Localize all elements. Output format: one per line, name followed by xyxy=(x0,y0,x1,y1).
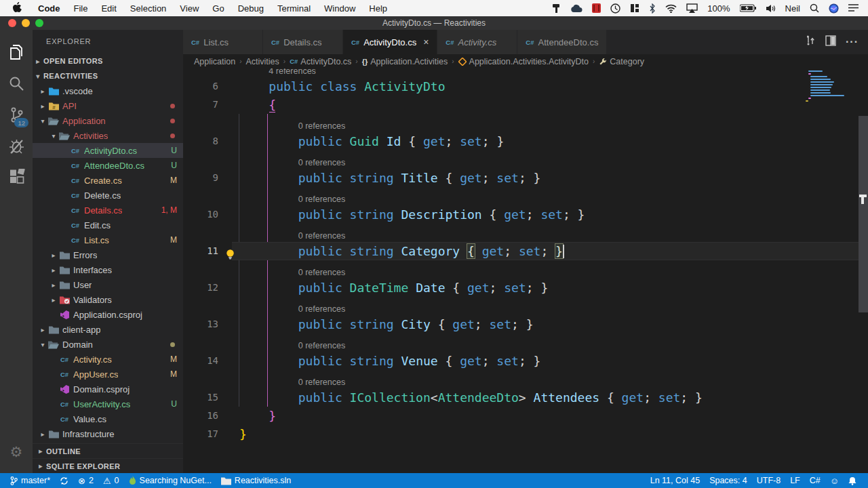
layout-icon[interactable] xyxy=(630,3,639,13)
codelens-row[interactable]: 0 references xyxy=(183,187,868,205)
zoom-window-button[interactable] xyxy=(35,19,43,27)
status-left-2[interactable]: ⊗2 xyxy=(73,473,98,488)
status-right-2[interactable]: UTF-8 xyxy=(752,473,785,488)
status-left-0[interactable]: master* xyxy=(5,473,55,488)
codelens-row[interactable]: 0 references xyxy=(183,224,868,242)
minimap[interactable] xyxy=(806,70,856,103)
root-folder-section[interactable]: ▾ REACTIVITIES xyxy=(33,68,183,83)
status-left-5[interactable]: Reactivities.sln xyxy=(216,473,296,488)
open-changes-icon[interactable] xyxy=(805,35,816,49)
outline-section[interactable]: ▸ OUTLINE xyxy=(33,443,183,458)
menu-edit[interactable]: Edit xyxy=(94,3,123,14)
tree-item-application-csproj[interactable]: Application.csproj xyxy=(33,307,183,322)
tree-item-errors[interactable]: ▸Errors xyxy=(33,247,183,262)
tab-list-cs[interactable]: C#List.cs xyxy=(183,30,263,54)
tree-item-details-cs[interactable]: C#Details.cs1, M xyxy=(33,203,183,218)
tree-item-create-cs[interactable]: C#Create.csM xyxy=(33,173,183,188)
tree-item-user[interactable]: ▸User xyxy=(33,277,183,292)
status-right-0[interactable]: Ln 11, Col 45 xyxy=(646,473,705,488)
menu-file[interactable]: File xyxy=(67,3,95,14)
split-editor-icon[interactable] xyxy=(825,35,836,49)
tree-item-interfaces[interactable]: ▸Interfaces xyxy=(33,262,183,277)
tree-item-attendeedto-cs[interactable]: C#AttendeeDto.csU xyxy=(33,158,183,173)
more-actions-icon[interactable]: ··· xyxy=(846,36,859,48)
status-left-3[interactable]: ⚠0 xyxy=(98,473,124,488)
list-icon[interactable] xyxy=(848,4,859,12)
bluetooth-icon[interactable] xyxy=(649,3,656,14)
codelens-row[interactable]: 0 references xyxy=(183,114,868,132)
status-right-1[interactable]: Spaces: 4 xyxy=(705,473,752,488)
minimize-window-button[interactable] xyxy=(22,19,30,27)
menu-window[interactable]: Window xyxy=(317,3,362,14)
codelens-row[interactable]: 0 references xyxy=(183,333,868,352)
status-right-5[interactable]: ☺ xyxy=(825,473,844,488)
tree-item-activities[interactable]: ▾Activities xyxy=(33,128,183,143)
tree-item-application[interactable]: ▾Application xyxy=(33,113,183,128)
tree-item-domain[interactable]: ▾Domain xyxy=(33,337,183,352)
tree-item-activity-cs[interactable]: C#Activity.csM xyxy=(33,352,183,367)
video-icon[interactable] xyxy=(592,3,601,13)
tree-item-infrastructure[interactable]: ▸Infrastructure xyxy=(33,426,183,441)
explorer-activity-icon[interactable] xyxy=(0,37,33,68)
tree-item--vscode[interactable]: ▸.vscode xyxy=(33,83,183,98)
tree-item-value-cs[interactable]: C#Value.cs xyxy=(33,411,183,426)
menu-terminal[interactable]: Terminal xyxy=(271,3,317,14)
close-icon[interactable]: × xyxy=(423,37,429,47)
apple-icon[interactable] xyxy=(12,2,22,15)
tab-activity-cs[interactable]: C#Activity.cs xyxy=(437,30,517,54)
tab-activitydto-cs[interactable]: C#ActivityDto.cs× xyxy=(343,30,437,54)
menu-go[interactable]: Go xyxy=(205,3,231,14)
status-right-6[interactable] xyxy=(844,473,861,488)
tree-item-validators[interactable]: ▸Validators xyxy=(33,292,183,307)
tree-item-useractivity-cs[interactable]: C#UserActivity.csU xyxy=(33,396,183,411)
tree-item-edit-cs[interactable]: C#Edit.cs xyxy=(33,218,183,232)
menu-view[interactable]: View xyxy=(173,3,205,14)
breadcrumb-item[interactable]: Activities xyxy=(246,57,279,66)
codelens-row[interactable]: 0 references xyxy=(183,260,868,279)
window-title-bar[interactable]: ActivityDto.cs — Reactivities xyxy=(0,16,868,30)
debug-activity-icon[interactable] xyxy=(0,130,33,161)
extensions-activity-icon[interactable] xyxy=(0,161,33,192)
menu-debug[interactable]: Debug xyxy=(231,3,271,14)
breadcrumb-item[interactable]: Application xyxy=(194,57,235,66)
settings-gear-icon[interactable]: ⚙ xyxy=(0,436,33,468)
breadcrumb-item[interactable]: C#ActivityDto.cs xyxy=(290,57,351,66)
airplay-icon[interactable] xyxy=(686,3,698,13)
breadcrumb-item[interactable]: {}Application.Activities xyxy=(362,57,448,66)
battery-icon[interactable] xyxy=(740,4,756,12)
volume-icon[interactable] xyxy=(766,4,776,13)
tree-item-list-cs[interactable]: C#List.csM xyxy=(33,232,183,247)
editor-scrollbar[interactable] xyxy=(859,68,868,473)
history-icon[interactable] xyxy=(610,3,620,14)
breadcrumb-item[interactable]: Category xyxy=(599,57,644,66)
status-left-4[interactable]: Searching NuGet... xyxy=(124,473,216,488)
code-editor[interactable]: 4 references6 public class ActivityDto7 … xyxy=(183,68,868,473)
menu-help[interactable]: Help xyxy=(362,3,394,14)
cloud-icon[interactable] xyxy=(570,4,583,13)
search-activity-icon[interactable] xyxy=(0,68,33,99)
codelens-row[interactable]: 4 references xyxy=(183,68,868,77)
tab-attendeedto-cs[interactable]: C#AttendeeDto.cs xyxy=(517,30,607,54)
close-window-button[interactable] xyxy=(8,19,16,27)
breadcrumb-item[interactable]: Application.Activities.ActivityDto xyxy=(458,57,589,66)
status-left-1[interactable] xyxy=(55,473,73,488)
menu-code[interactable]: Code xyxy=(31,3,67,14)
wifi-icon[interactable] xyxy=(665,4,677,13)
tree-item-api[interactable]: ▸#API xyxy=(33,98,183,113)
tree-item-activitydto-cs[interactable]: C#ActivityDto.csU xyxy=(33,143,183,158)
open-editors-section[interactable]: ▸ OPEN EDITORS xyxy=(33,54,183,68)
codelens-row[interactable]: 0 references xyxy=(183,297,868,315)
codelens-row[interactable]: 0 references xyxy=(183,150,868,169)
tab-details-cs[interactable]: C#Details.cs xyxy=(263,30,343,54)
status-right-3[interactable]: LF xyxy=(785,473,805,488)
menu-selection[interactable]: Selection xyxy=(123,3,173,14)
tree-item-domain-csproj[interactable]: Domain.csproj xyxy=(33,382,183,396)
tree-item-appuser-cs[interactable]: C#AppUser.csM xyxy=(33,367,183,382)
tree-item-delete-cs[interactable]: C#Delete.cs xyxy=(33,188,183,203)
scrollbar-thumb[interactable] xyxy=(859,116,868,312)
codelens-row[interactable]: 0 references xyxy=(183,370,868,388)
siri-icon[interactable] xyxy=(829,3,839,14)
user-name[interactable]: Neil xyxy=(785,3,800,14)
sqlite-explorer-section[interactable]: ▸ SQLITE EXPLORER xyxy=(33,458,183,473)
search-icon[interactable] xyxy=(810,3,819,13)
